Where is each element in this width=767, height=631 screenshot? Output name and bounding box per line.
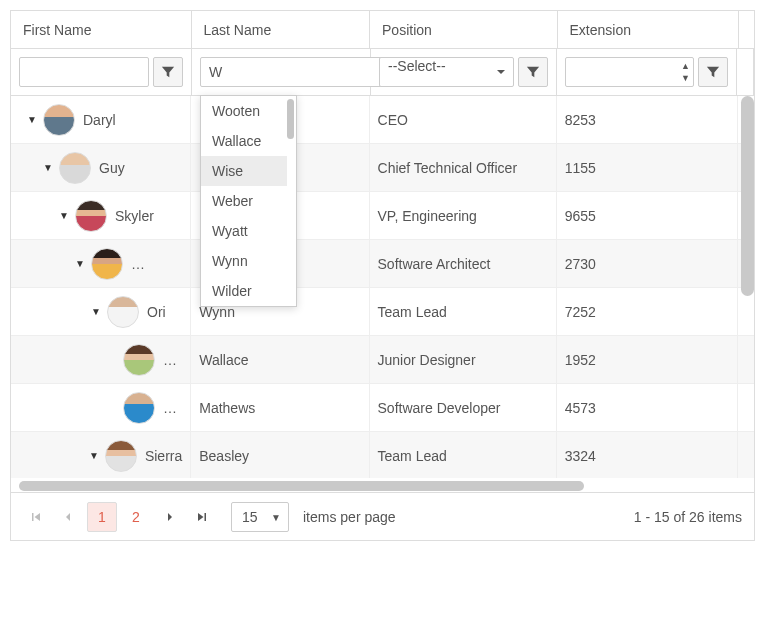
header-first-name[interactable]: First Name <box>11 11 192 48</box>
cell-last-name: Mathews <box>191 384 369 431</box>
table-row[interactable]: …WallaceJunior Designer1952 <box>11 336 754 384</box>
expand-toggle[interactable]: ▼ <box>27 114 37 125</box>
autocomplete-item[interactable]: Wyatt <box>201 216 287 246</box>
pager-prev-button[interactable] <box>55 504 81 530</box>
cell-extension: 8253 <box>557 96 738 143</box>
autocomplete-item[interactable]: Wynn <box>201 246 287 276</box>
expand-toggle[interactable]: ▼ <box>75 258 85 269</box>
table-row[interactable]: ▼SierraBeasleyTeam Lead3324 <box>11 432 754 478</box>
avatar <box>123 392 155 424</box>
filter-input-first-name[interactable] <box>19 57 149 87</box>
first-name-text: Guy <box>99 160 125 176</box>
expand-toggle[interactable]: ▼ <box>91 306 101 317</box>
pager-first-button[interactable] <box>23 504 49 530</box>
filter-icon <box>706 65 720 79</box>
cell-position: Software Developer <box>370 384 557 431</box>
cell-position: Software Architect <box>370 240 557 287</box>
cell-first-name: … <box>11 384 191 431</box>
cell-extension: 3324 <box>557 432 738 478</box>
filter-input-last-name[interactable] <box>200 57 407 87</box>
grid-body: ▼DarylCEO8253▼GuyChief Technical Officer… <box>11 96 754 478</box>
table-row[interactable]: ▼GuyChief Technical Officer1155 <box>11 144 754 192</box>
chevron-left-icon <box>63 512 73 522</box>
pager-next-button[interactable] <box>157 504 183 530</box>
filter-scrollbar-spacer <box>737 49 754 95</box>
vertical-scrollbar-thumb[interactable] <box>741 96 754 296</box>
table-row[interactable]: …MathewsSoftware Developer4573 <box>11 384 754 432</box>
cell-first-name: ▼… <box>11 240 191 287</box>
avatar <box>75 200 107 232</box>
first-name-text: Skyler <box>115 208 154 224</box>
table-row[interactable]: ▼SkylerVP, Engineering9655 <box>11 192 754 240</box>
header-extension[interactable]: Extension <box>558 11 740 48</box>
cell-extension: 2730 <box>557 240 738 287</box>
cell-extension: 1952 <box>557 336 738 383</box>
cell-last-name: Wallace <box>191 336 369 383</box>
cell-first-name: ▼Sierra <box>11 432 191 478</box>
pager-summary: 1 - 15 of 26 items <box>634 509 742 525</box>
header-position[interactable]: Position <box>370 11 558 48</box>
filter-button-extension[interactable] <box>698 57 728 87</box>
cell-scrollbar-spacer <box>738 336 754 383</box>
cell-extension: 9655 <box>557 192 738 239</box>
cell-position: Team Lead <box>370 288 557 335</box>
autocomplete-item[interactable]: Wise <box>201 156 287 186</box>
filter-icon <box>526 65 540 79</box>
pager: 12 15 ▼ items per page 1 - 15 of 26 item… <box>11 492 754 540</box>
autocomplete-item[interactable]: Wooten <box>201 96 287 126</box>
numeric-spinner[interactable]: ▲ ▼ <box>681 60 690 84</box>
expand-toggle[interactable]: ▼ <box>89 450 99 461</box>
cell-first-name: … <box>11 336 191 383</box>
cell-scrollbar-spacer <box>738 432 754 478</box>
horizontal-scrollbar-track[interactable] <box>11 478 754 492</box>
cell-first-name: ▼Skyler <box>11 192 191 239</box>
cell-first-name: ▼Ori <box>11 288 191 335</box>
header-row: First Name Last Name Position Extension <box>11 11 754 49</box>
cell-first-name: ▼Daryl <box>11 96 191 143</box>
filter-cell-extension: ▲ ▼ <box>557 49 737 95</box>
pager-last-button[interactable] <box>189 504 215 530</box>
horizontal-scrollbar-thumb[interactable] <box>19 481 584 491</box>
seek-first-icon <box>30 511 42 523</box>
table-row[interactable]: ▼DarylCEO8253 <box>11 96 754 144</box>
autocomplete-item[interactable]: Wilder <box>201 276 287 306</box>
expand-toggle[interactable]: ▼ <box>59 210 69 221</box>
filter-cell-last-name: × <box>192 49 371 95</box>
table-row[interactable]: ▼OriWynnTeam Lead7252 <box>11 288 754 336</box>
filter-button-position[interactable] <box>518 57 548 87</box>
cell-extension: 4573 <box>557 384 738 431</box>
pager-page-number[interactable]: 2 <box>121 502 151 532</box>
avatar <box>43 104 75 136</box>
cell-position: CEO <box>370 96 557 143</box>
filter-input-extension[interactable] <box>565 57 694 87</box>
autocomplete-item[interactable]: Wallace <box>201 126 287 156</box>
first-name-text: Sierra <box>145 448 182 464</box>
expand-toggle[interactable]: ▼ <box>43 162 53 173</box>
filter-select-position[interactable]: --Select-- <box>379 57 514 87</box>
avatar <box>105 440 137 472</box>
autocomplete-scrollbar-thumb[interactable] <box>287 99 294 139</box>
treelist-grid: First Name Last Name Position Extension … <box>10 10 755 541</box>
cell-position: Junior Designer <box>370 336 557 383</box>
spinner-up-icon[interactable]: ▲ <box>681 60 690 72</box>
page-size-select[interactable]: 15 ▼ <box>231 502 289 532</box>
chevron-right-icon <box>165 512 175 522</box>
first-name-text: … <box>131 256 145 272</box>
filter-icon <box>161 65 175 79</box>
cell-scrollbar-spacer <box>738 384 754 431</box>
header-last-name[interactable]: Last Name <box>192 11 371 48</box>
autocomplete-item[interactable]: Weber <box>201 186 287 216</box>
cell-first-name: ▼Guy <box>11 144 191 191</box>
first-name-text: … <box>163 352 177 368</box>
spinner-down-icon[interactable]: ▼ <box>681 72 690 84</box>
filter-cell-first-name <box>11 49 192 95</box>
pager-page-number[interactable]: 1 <box>87 502 117 532</box>
cell-position: Chief Technical Officer <box>370 144 557 191</box>
cell-position: Team Lead <box>370 432 557 478</box>
table-row[interactable]: ▼…Software Architect2730 <box>11 240 754 288</box>
seek-last-icon <box>196 511 208 523</box>
avatar <box>123 344 155 376</box>
filter-button-first-name[interactable] <box>153 57 183 87</box>
header-scrollbar-spacer <box>739 11 754 48</box>
filter-cell-position: --Select-- <box>371 49 557 95</box>
